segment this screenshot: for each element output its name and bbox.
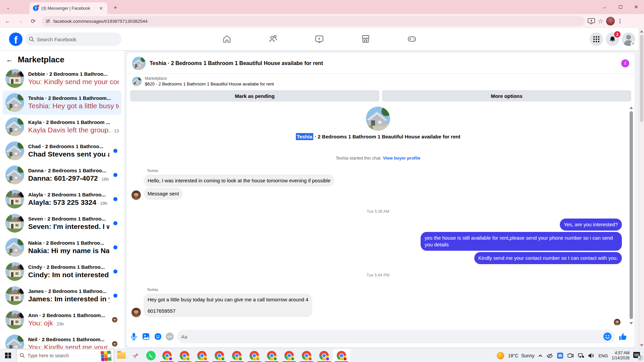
weather-sun-icon[interactable] [497, 352, 504, 359]
install-app-icon[interactable] [588, 18, 595, 24]
conversation-ann[interactable]: Ann · 2 Bedrooms 1 Bathroom... You: ojk·… [3, 308, 121, 332]
browser-profile-avatar[interactable] [606, 17, 615, 25]
conversation-james[interactable]: James · 2 Bedrooms 1 Bathroo... James: I… [3, 284, 121, 308]
taskbar-chrome-window[interactable] [158, 349, 176, 362]
incoming-message[interactable]: Hello, I was interested in coming to loo… [144, 175, 334, 187]
scrollbar-thumb[interactable] [640, 35, 643, 122]
browser-tab[interactable]: f (3) Messenger | Facebook ✕ [30, 2, 107, 14]
taskbar-search-input[interactable] [28, 353, 85, 358]
back-button[interactable]: ← [3, 16, 13, 26]
listing-banner[interactable]: Marketplace $620 - 2 Bedrooms 1 Bathroom… [127, 74, 635, 87]
taskbar-search[interactable] [16, 349, 114, 362]
conversation-alayla[interactable]: Alayla · 2 Bedrooms 1 Bathroo... Alayla:… [3, 187, 121, 211]
like-button[interactable] [619, 332, 627, 341]
new-tab-button[interactable]: + [111, 4, 119, 12]
nav-friends-tab[interactable] [264, 30, 282, 48]
page-scrollbar[interactable] [639, 28, 644, 349]
chat-avatar[interactable] [132, 57, 146, 70]
apps-menu-button[interactable] [590, 33, 603, 46]
attach-photo-button[interactable] [142, 332, 150, 341]
browser-menu-icon[interactable] [618, 19, 623, 23]
message-list[interactable]: Teshia · 2 Bedrooms 1 Bathroom 1 Beautif… [131, 106, 625, 325]
window-minimize-button[interactable]: – [597, 0, 612, 14]
outgoing-message[interactable]: yes the house is still available for ren… [421, 232, 622, 251]
conversation-seven[interactable]: Seven · 2 Bedrooms 1 Bathroo... Seven: I… [3, 211, 121, 235]
taskbar-chrome-window[interactable] [228, 349, 246, 362]
conversation-debbie[interactable]: Debbie · 2 Bedrooms 1 Bathroo... You: Ki… [3, 66, 121, 90]
outgoing-message[interactable]: Yes, are you interested? [560, 219, 622, 231]
facebook-search[interactable] [25, 33, 121, 46]
conversation-teshia[interactable]: Teshia · 2 Bedrooms 1 Bathroom... Teshia… [3, 90, 121, 115]
language-indicator[interactable]: ENG [598, 353, 608, 358]
bookmark-star-icon[interactable]: ☆ [598, 17, 603, 25]
emoji-button[interactable] [603, 332, 612, 341]
action-center-button[interactable]: 2 [633, 352, 641, 359]
incoming-message[interactable]: Hey got a little busy today but you can … [144, 294, 312, 317]
account-button[interactable]: ▾ [622, 33, 635, 46]
window-close-button[interactable]: ✕ [628, 0, 644, 14]
nav-home-tab[interactable] [217, 30, 236, 48]
gaming-icon [407, 34, 417, 44]
incoming-message[interactable]: Message sent [144, 188, 183, 200]
conversation-chad[interactable]: Chad · 2 Bedrooms 1 Bathroo... Chad Stev… [3, 139, 121, 163]
view-buyer-profile-link[interactable]: View buyer profile [383, 156, 420, 161]
mark-as-pending-button[interactable]: Mark as pending [130, 90, 379, 102]
nav-watch-tab[interactable] [310, 30, 329, 48]
whatsapp-button[interactable] [144, 349, 158, 362]
scroll-down-icon[interactable] [640, 344, 643, 347]
snipping-tool-button[interactable]: ✂ [129, 349, 144, 362]
search-input[interactable] [37, 37, 111, 42]
facebook-nav [217, 30, 421, 48]
weather-widget[interactable]: 18°C Sunny [508, 353, 534, 358]
nav-gaming-tab[interactable] [402, 30, 421, 48]
taskbar-chrome-window[interactable] [333, 349, 350, 362]
taskbar-chrome-window[interactable] [176, 349, 193, 362]
address-bar[interactable]: facebook.com/messages/t/1938757130382544 [42, 16, 585, 26]
taskbar-chrome-window[interactable] [246, 349, 263, 362]
show-hidden-icons-chevron[interactable] [538, 354, 543, 357]
privacy-eye-icon[interactable] [546, 353, 553, 358]
taskbar-chrome-window[interactable] [193, 349, 211, 362]
scroll-up-icon[interactable] [640, 30, 643, 33]
notifications-button[interactable]: 2 [606, 33, 619, 46]
network-icon[interactable] [578, 353, 584, 358]
taskbar-clock[interactable]: 4:57 AM 1/14/2026 [612, 351, 630, 361]
taskbar-chrome-window[interactable] [280, 349, 298, 362]
taskbar-chrome-window[interactable] [298, 349, 315, 362]
nav-marketplace-tab[interactable] [356, 30, 375, 48]
sticker-button[interactable] [154, 332, 162, 341]
reload-button[interactable]: ⟳ [28, 16, 38, 26]
outgoing-message[interactable]: Kindly send me your contact number so I … [474, 252, 622, 264]
message-input-pill[interactable] [177, 330, 615, 343]
conversation-danna[interactable]: Danna · 2 Bedrooms 1 Bathroo... Danna: 6… [3, 163, 121, 187]
voice-clip-button[interactable] [129, 332, 138, 341]
facebook-logo[interactable]: f [9, 33, 22, 46]
forward-button[interactable]: → [15, 16, 25, 26]
conversation-info-icon[interactable]: i [621, 59, 629, 67]
file-explorer-button[interactable] [114, 349, 129, 362]
chat-scrollbar[interactable] [629, 107, 633, 324]
conversation-kayla[interactable]: Kayla · 2 Bedrooms 1 Bathroom ... Kayla … [3, 115, 121, 139]
volume-icon[interactable] [588, 353, 595, 358]
tab-search-chevron-icon[interactable]: ⌄ [4, 3, 12, 11]
more-options-button[interactable]: More options [382, 90, 631, 102]
gif-button[interactable]: GIF [166, 333, 174, 341]
message-input[interactable] [181, 334, 568, 340]
conversation-cindy[interactable]: Cindy · 2 Bedrooms 1 Bathroo... Cindy: I… [3, 259, 121, 284]
taskbar-chrome-window[interactable] [211, 349, 228, 362]
camera-tray-icon[interactable] [567, 353, 574, 358]
conversation-nakia[interactable]: Nakia · 2 Bedrooms 1 Bathroo... Nakia: H… [3, 235, 121, 259]
scroll-up-icon[interactable] [630, 107, 633, 109]
scrollbar-thumb[interactable] [630, 111, 633, 319]
taskbar-chrome-window[interactable] [263, 349, 280, 362]
chat-profile-photo[interactable] [366, 107, 390, 131]
taskbar-chrome-window[interactable] [315, 349, 333, 362]
teams-app-icon[interactable] [557, 352, 564, 359]
tab-close-icon[interactable]: ✕ [98, 5, 104, 11]
window-restore-button[interactable] [612, 0, 628, 14]
site-settings-icon[interactable] [46, 19, 50, 23]
back-arrow-icon[interactable]: ← [6, 56, 13, 64]
start-button[interactable] [0, 349, 16, 362]
search-highlight-cube-icon[interactable] [101, 350, 111, 361]
scroll-down-icon[interactable] [630, 322, 633, 324]
